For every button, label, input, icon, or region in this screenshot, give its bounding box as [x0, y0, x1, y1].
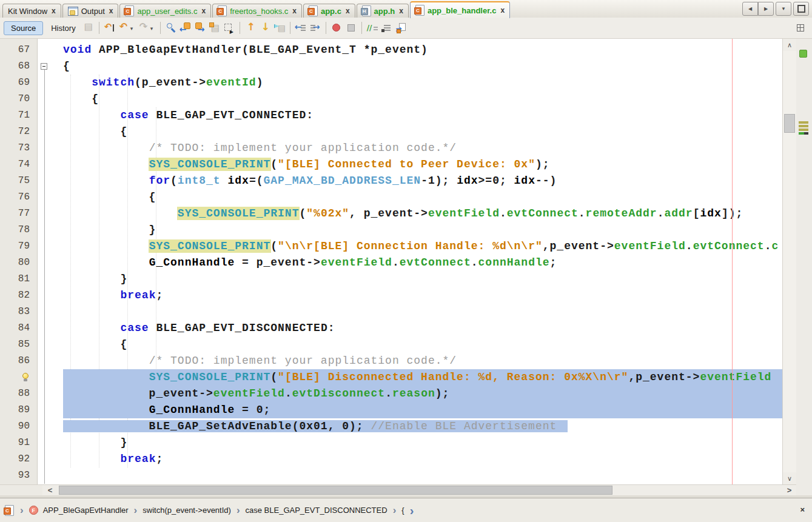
line-number[interactable]: 89: [0, 402, 37, 418]
code-line-68[interactable]: {: [63, 58, 782, 75]
collapse-fold-icon[interactable]: [41, 63, 47, 70]
tab-app-ble-handler-c[interactable]: Capp_ble_handler.cx: [410, 1, 510, 18]
code-line-82[interactable]: break;: [63, 287, 782, 304]
find-previous-icon[interactable]: ←: [180, 22, 192, 34]
tab-close-icon[interactable]: x: [109, 7, 113, 15]
code-line-90[interactable]: BLE_GAP_SetAdvEnable(0x01, 0); //Enable …: [63, 418, 782, 435]
scroll-tabs-left-button[interactable]: ◀: [742, 2, 758, 16]
code-line-83[interactable]: [63, 304, 782, 320]
tab-app-h[interactable]: Happ.hx: [357, 4, 409, 18]
line-number[interactable]: 93: [0, 467, 37, 484]
highlight-search-icon[interactable]: ▤: [209, 22, 221, 34]
c-source-file-icon[interactable]: C: [5, 505, 14, 516]
tab-close-icon[interactable]: x: [201, 7, 206, 15]
line-number[interactable]: 92: [0, 451, 37, 467]
rectangular-selection-icon[interactable]: ▶: [223, 22, 235, 34]
line-number[interactable]: 68: [0, 58, 37, 75]
line-number[interactable]: 84: [0, 320, 37, 336]
line-number[interactable]: 77: [0, 206, 37, 222]
code-line-79[interactable]: SYS_CONSOLE_PRINT("\n\r[BLE] Connection …: [63, 238, 782, 255]
previous-bookmark-icon[interactable]: ↑: [244, 22, 257, 34]
scroll-up-icon[interactable]: ∧: [783, 39, 796, 51]
line-number[interactable]: 76: [0, 189, 37, 206]
line-number[interactable]: 72: [0, 124, 37, 140]
code-line-86[interactable]: /* TODO: implement your application code…: [63, 353, 782, 369]
line-number[interactable]: 70: [0, 91, 37, 107]
shift-left-icon[interactable]: ←: [295, 22, 307, 34]
code-line-77[interactable]: SYS_CONSOLE_PRINT("%02x", p_event->event…: [63, 206, 782, 222]
back-icon[interactable]: ↶: [118, 22, 130, 34]
last-edit-icon[interactable]: ▤: [82, 22, 95, 34]
line-number[interactable]: 74: [0, 156, 37, 173]
line-number[interactable]: 73: [0, 140, 37, 156]
line-number[interactable]: 69: [0, 75, 37, 91]
occurrence-mark[interactable]: [799, 125, 808, 127]
horizontal-scrollbar[interactable]: < >: [0, 484, 796, 495]
comment-icon[interactable]: //: [366, 22, 378, 34]
hint-lightbulb-icon[interactable]: [22, 373, 29, 382]
tab-list-button[interactable]: ▼: [776, 2, 791, 16]
breadcrumb-item[interactable]: switch(p_event->eventId): [143, 506, 231, 515]
line-number[interactable]: 86: [0, 353, 37, 369]
breadcrumb-close-icon[interactable]: ×: [800, 506, 805, 514]
split-window-icon[interactable]: [795, 22, 807, 35]
line-number[interactable]: 91: [0, 435, 37, 451]
code-line-67[interactable]: void APP_BleGapEvtHandler(BLE_GAP_Event_…: [63, 42, 782, 58]
horizontal-scrollbar-track[interactable]: [58, 485, 782, 495]
breadcrumb-item[interactable]: case BLE_GAP_EVT_DISCONNECTED: [246, 506, 388, 515]
next-bookmark-icon[interactable]: ↓: [259, 22, 271, 34]
scroll-right-icon[interactable]: >: [782, 485, 796, 495]
code-line-78[interactable]: }: [63, 222, 782, 238]
source-view-button[interactable]: Source: [4, 21, 43, 35]
line-number[interactable]: 78: [0, 222, 37, 238]
tab-close-icon[interactable]: x: [399, 7, 403, 15]
breadcrumb-item[interactable]: APP_BleGapEvtHandler: [43, 506, 129, 515]
code-line-81[interactable]: }: [63, 271, 782, 287]
tab-close-icon[interactable]: x: [500, 7, 505, 14]
horizontal-scrollbar-thumb[interactable]: [59, 486, 612, 495]
code-line-93[interactable]: [63, 467, 782, 484]
code-line-91[interactable]: }: [63, 435, 782, 451]
code-line-74[interactable]: SYS_CONSOLE_PRINT("[BLE] Connected to Pe…: [63, 156, 782, 173]
code-line-87[interactable]: SYS_CONSOLE_PRINT("[BLE] Disconnected Ha…: [63, 369, 782, 386]
forward-caret-icon[interactable]: ▾: [150, 22, 156, 34]
code-editor[interactable]: 6768697071727374757677787980818283848586…: [0, 39, 812, 495]
toggle-header-source-icon[interactable]: ⇄: [395, 22, 408, 34]
code-line-76[interactable]: {: [63, 189, 782, 206]
scroll-down-icon[interactable]: ∨: [783, 472, 796, 484]
line-number-gutter[interactable]: 6768697071727374757677787980818283848586…: [0, 39, 38, 484]
tab-freertos-hooks-c[interactable]: Cfreertos_hooks.cx: [212, 4, 302, 18]
line-number[interactable]: 90: [0, 418, 37, 435]
find-selection-icon[interactable]: [165, 22, 177, 34]
shift-right-icon[interactable]: →: [309, 22, 321, 34]
line-number[interactable]: 82: [0, 287, 37, 304]
scroll-tabs-right-button[interactable]: ▶: [758, 2, 774, 16]
code-fold-column[interactable]: [38, 39, 63, 484]
stop-macro-recording-icon[interactable]: [345, 22, 357, 34]
line-number[interactable]: 85: [0, 336, 37, 353]
line-number[interactable]: 67: [0, 42, 37, 58]
occurrence-mark[interactable]: [799, 121, 808, 124]
error-stripe[interactable]: [796, 39, 812, 495]
tab-close-icon[interactable]: x: [292, 7, 297, 15]
code-line-80[interactable]: G_ConnHandle = p_event->eventField.evtCo…: [63, 255, 782, 271]
maximize-window-button[interactable]: [793, 2, 809, 16]
code-line-89[interactable]: G_ConnHandle = 0;: [63, 402, 782, 418]
occurrence-mark[interactable]: [799, 129, 808, 131]
tab-app-c[interactable]: Capp.cx: [303, 4, 355, 18]
code-line-73[interactable]: /* TODO: implement your application code…: [63, 140, 782, 156]
history-view-button[interactable]: History: [45, 22, 81, 35]
code-line-92[interactable]: break;: [63, 451, 782, 467]
line-number[interactable]: 75: [0, 173, 37, 189]
code-line-84[interactable]: case BLE_GAP_EVT_DISCONNECTED:: [63, 320, 782, 336]
line-number[interactable]: 80: [0, 255, 37, 271]
vertical-scrollbar[interactable]: ∧ ∨: [782, 39, 796, 484]
code-line-72[interactable]: {: [63, 124, 782, 140]
back-caret-icon[interactable]: ▾: [130, 22, 136, 34]
code-text-area[interactable]: void APP_BleGapEvtHandler(BLE_GAP_Event_…: [63, 42, 782, 484]
start-macro-recording-icon[interactable]: [331, 22, 343, 34]
line-number[interactable]: 88: [0, 386, 37, 402]
line-number[interactable]: 71: [0, 107, 37, 124]
vertical-scrollbar-thumb[interactable]: [784, 114, 795, 133]
code-line-85[interactable]: {: [63, 336, 782, 353]
